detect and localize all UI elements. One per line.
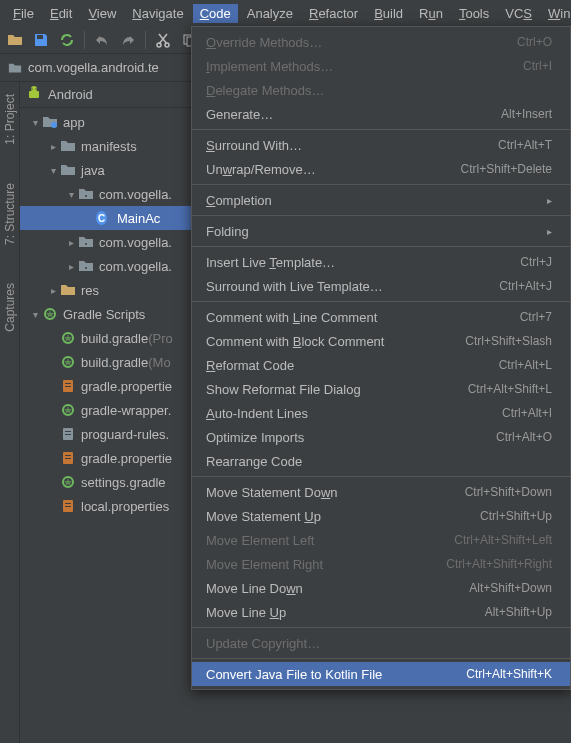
menu-item[interactable]: Move Statement UpCtrl+Shift+Up bbox=[192, 504, 570, 528]
menu-shortcut: Ctrl+O bbox=[517, 35, 552, 49]
menu-item[interactable]: Convert Java File to Kotlin FileCtrl+Alt… bbox=[192, 662, 570, 686]
menu-separator bbox=[192, 658, 570, 659]
menu-navigate[interactable]: Navigate bbox=[125, 4, 190, 23]
menu-item[interactable]: Folding▸ bbox=[192, 219, 570, 243]
menu-item[interactable]: Surround with Live Template…Ctrl+Alt+J bbox=[192, 274, 570, 298]
svg-point-7 bbox=[31, 88, 32, 89]
menu-shortcut: Ctrl+Alt+O bbox=[496, 430, 552, 444]
menu-item[interactable]: Move Statement DownCtrl+Shift+Down bbox=[192, 480, 570, 504]
menu-shortcut: Ctrl+Alt+Shift+K bbox=[466, 667, 552, 681]
menu-item[interactable]: Reformat CodeCtrl+Alt+L bbox=[192, 353, 570, 377]
tree-label-dim: (Pro bbox=[148, 331, 173, 346]
menu-edit[interactable]: Edit bbox=[43, 4, 79, 23]
menu-item[interactable]: Move Line DownAlt+Shift+Down bbox=[192, 576, 570, 600]
menu-item-label: Auto-Indent Lines bbox=[206, 406, 308, 421]
menu-item[interactable]: Rearrange Code bbox=[192, 449, 570, 473]
menu-item: Implement Methods…Ctrl+I bbox=[192, 54, 570, 78]
menu-shortcut: Ctrl+Alt+Shift+Right bbox=[446, 557, 552, 571]
open-icon[interactable] bbox=[6, 31, 24, 49]
menu-shortcut: Ctrl+Alt+Shift+L bbox=[468, 382, 552, 396]
menu-item-label: Comment with Line Comment bbox=[206, 310, 377, 325]
menu-window[interactable]: Window bbox=[541, 4, 571, 23]
undo-icon[interactable] bbox=[93, 31, 111, 49]
menu-vcs[interactable]: VCS bbox=[498, 4, 539, 23]
chevron-right-icon: ▸ bbox=[547, 195, 552, 206]
menu-item-label: Move Statement Down bbox=[206, 485, 338, 500]
menu-build[interactable]: Build bbox=[367, 4, 410, 23]
svg-point-10 bbox=[85, 195, 87, 197]
chevron-down-icon[interactable]: ▾ bbox=[46, 165, 60, 176]
menu-item[interactable]: Comment with Block CommentCtrl+Shift+Sla… bbox=[192, 329, 570, 353]
res-icon bbox=[60, 282, 76, 298]
svg-rect-29 bbox=[65, 506, 71, 507]
menu-item-label: Rearrange Code bbox=[206, 454, 302, 469]
chevron-right-icon[interactable]: ▸ bbox=[64, 261, 78, 272]
prop-icon bbox=[60, 498, 76, 514]
chevron-down-icon[interactable]: ▾ bbox=[64, 189, 78, 200]
panel-header-title: Android bbox=[48, 87, 93, 102]
menu-item-label: Move Line Down bbox=[206, 581, 303, 596]
menu-run[interactable]: Run bbox=[412, 4, 450, 23]
menu-item[interactable]: Optimize ImportsCtrl+Alt+O bbox=[192, 425, 570, 449]
txt-icon bbox=[60, 426, 76, 442]
tree-label: proguard-rules. bbox=[81, 427, 169, 442]
tree-label: gradle-wrapper. bbox=[81, 403, 171, 418]
gradle-icon bbox=[60, 474, 76, 490]
menu-code[interactable]: Code bbox=[193, 4, 238, 23]
menu-item[interactable]: Surround With…Ctrl+Alt+T bbox=[192, 133, 570, 157]
svg-rect-5 bbox=[29, 91, 39, 98]
chevron-down-icon[interactable]: ▾ bbox=[28, 309, 42, 320]
menu-item[interactable]: Comment with Line CommentCtrl+7 bbox=[192, 305, 570, 329]
menu-item-label: Override Methods… bbox=[206, 35, 322, 50]
tab-captures[interactable]: Captures bbox=[3, 279, 17, 336]
tree-label: com.vogella. bbox=[99, 259, 172, 274]
menu-tools[interactable]: Tools bbox=[452, 4, 496, 23]
menu-separator bbox=[192, 184, 570, 185]
menu-separator bbox=[192, 627, 570, 628]
separator bbox=[84, 31, 85, 49]
menu-item[interactable]: Auto-Indent LinesCtrl+Alt+I bbox=[192, 401, 570, 425]
menu-file[interactable]: File bbox=[6, 4, 41, 23]
menu-item[interactable]: Insert Live Template…Ctrl+J bbox=[192, 250, 570, 274]
menu-item[interactable]: Move Line UpAlt+Shift+Up bbox=[192, 600, 570, 624]
module-icon bbox=[42, 114, 58, 130]
menu-refactor[interactable]: Refactor bbox=[302, 4, 365, 23]
menu-shortcut: Alt+Shift+Up bbox=[485, 605, 552, 619]
redo-icon[interactable] bbox=[119, 31, 137, 49]
menu-item-label: Completion bbox=[206, 193, 272, 208]
menu-shortcut: Ctrl+Shift+Up bbox=[480, 509, 552, 523]
menu-item[interactable]: Unwrap/Remove…Ctrl+Shift+Delete bbox=[192, 157, 570, 181]
chevron-down-icon[interactable]: ▾ bbox=[28, 117, 42, 128]
menu-shortcut: Alt+Insert bbox=[501, 107, 552, 121]
menu-item-label: Show Reformat File Dialog bbox=[206, 382, 361, 397]
pkg-icon bbox=[78, 258, 94, 274]
tree-label-dim: (Mo bbox=[148, 355, 170, 370]
menu-view[interactable]: View bbox=[81, 4, 123, 23]
svg-rect-25 bbox=[65, 458, 71, 459]
save-icon[interactable] bbox=[32, 31, 50, 49]
gradle-icon bbox=[60, 354, 76, 370]
menu-analyze[interactable]: Analyze bbox=[240, 4, 300, 23]
menu-item: Move Element RightCtrl+Alt+Shift+Right bbox=[192, 552, 570, 576]
menu-item[interactable]: Show Reformat File DialogCtrl+Alt+Shift+… bbox=[192, 377, 570, 401]
cut-icon[interactable] bbox=[154, 31, 172, 49]
menu-item[interactable]: Completion▸ bbox=[192, 188, 570, 212]
tab-project[interactable]: 1: Project bbox=[3, 90, 17, 149]
menu-item-label: Move Line Up bbox=[206, 605, 286, 620]
folder-icon bbox=[60, 138, 76, 154]
sync-icon[interactable] bbox=[58, 31, 76, 49]
chevron-right-icon[interactable]: ▸ bbox=[64, 237, 78, 248]
pkg-icon bbox=[78, 234, 94, 250]
chevron-right-icon[interactable]: ▸ bbox=[46, 141, 60, 152]
tab-structure[interactable]: 7: Structure bbox=[3, 179, 17, 249]
menu-item-label: Comment with Block Comment bbox=[206, 334, 384, 349]
class-icon: C bbox=[96, 210, 112, 226]
chevron-right-icon[interactable]: ▸ bbox=[46, 285, 60, 296]
menu-item-label: Generate… bbox=[206, 107, 273, 122]
tree-label: gradle.propertie bbox=[81, 379, 172, 394]
menu-shortcut: Ctrl+7 bbox=[520, 310, 552, 324]
menu-item-label: Move Element Left bbox=[206, 533, 314, 548]
tree-label: res bbox=[81, 283, 99, 298]
prop-icon bbox=[60, 450, 76, 466]
menu-item[interactable]: Generate…Alt+Insert bbox=[192, 102, 570, 126]
